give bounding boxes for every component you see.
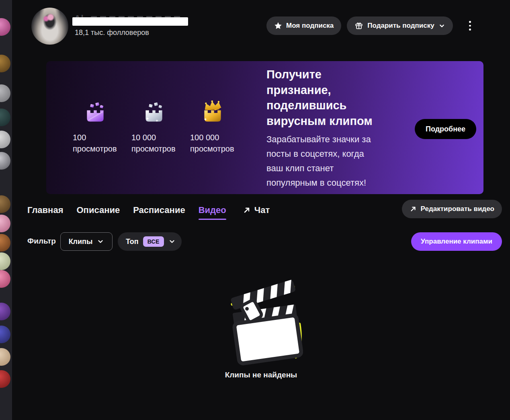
external-link-icon — [410, 205, 417, 213]
sort-dropdown[interactable]: Топ ВСЕ — [118, 232, 182, 251]
banner-heading: Получите признание, поделившись вирусным… — [266, 67, 401, 129]
channel-avatar — [31, 8, 68, 45]
tab-videos[interactable]: Видео — [199, 205, 226, 215]
badge-caption: просмотров — [131, 143, 180, 154]
sidebar-channel-avatar[interactable] — [0, 326, 10, 343]
empty-state: Клипы не найдены — [12, 272, 510, 379]
tab-home[interactable]: Главная — [27, 205, 63, 215]
empty-state-message: Клипы не найдены — [12, 371, 510, 379]
tab-chat[interactable]: Чат — [243, 205, 270, 215]
header-actions: Моя подписка Подарить подписку — [266, 16, 477, 35]
clapperboard-illustration — [219, 272, 303, 366]
sidebar-channel-avatar[interactable] — [0, 252, 10, 270]
star-icon — [274, 22, 282, 30]
badge-caption: просмотров — [190, 143, 238, 154]
clip-badges: 100 просмотров — [73, 100, 238, 154]
badge-caption: просмотров — [73, 143, 121, 154]
sidebar-channel-avatar[interactable] — [0, 215, 10, 232]
chevron-down-icon — [168, 238, 176, 245]
twitch-channel-videos-page: Al 18,1 тыс. фолловеров Моя подписка Под… — [0, 0, 510, 420]
badge-100000-views: 100 000 просмотров — [190, 100, 238, 154]
sidebar-channel-avatar[interactable] — [0, 270, 10, 288]
clips-promo-banner: 100 просмотров — [46, 61, 483, 194]
channel-name: Al — [72, 19, 193, 29]
chevron-down-icon — [97, 238, 104, 245]
badge-100-views: 100 просмотров — [73, 100, 121, 154]
content-type-dropdown[interactable]: Клипы — [60, 232, 113, 251]
my-subscription-button[interactable]: Моя подписка — [266, 16, 341, 35]
sidebar-channel-avatar[interactable] — [0, 131, 10, 148]
sidebar-channel-avatar[interactable] — [0, 152, 10, 170]
badge-views: 10 000 — [131, 132, 180, 143]
banner-body: Зарабатывайте значки за посты в соцсетях… — [266, 132, 401, 190]
gift-icon — [354, 21, 363, 30]
filter-label: Фильтр — [27, 237, 56, 246]
gold-crown-clip-badge-icon — [201, 100, 225, 125]
sort-label: Топ — [126, 238, 139, 246]
badge-views: 100 — [73, 132, 121, 143]
edit-videos-label: Редактировать видео — [421, 205, 494, 213]
badge-10000-views: 10 000 просмотров — [131, 100, 180, 154]
banner-text: Получите признание, поделившись вирусным… — [266, 67, 401, 190]
edit-videos-button[interactable]: Редактировать видео — [402, 200, 502, 218]
tab-chat-label: Чат — [254, 205, 270, 215]
sidebar-channel-avatar[interactable] — [0, 348, 10, 366]
content-type-value: Клипы — [69, 238, 93, 246]
more-options-button[interactable] — [463, 16, 477, 35]
sidebar-channel-avatar[interactable] — [0, 18, 10, 36]
my-subscription-label: Моя подписка — [286, 22, 334, 30]
tab-schedule[interactable]: Расписание — [133, 205, 185, 215]
sidebar-channel-avatar[interactable] — [0, 84, 10, 102]
gift-subscription-button[interactable]: Подарить подписку — [347, 16, 453, 35]
sidebar-channel-avatar[interactable] — [0, 234, 10, 252]
tab-about[interactable]: Описание — [76, 205, 120, 215]
external-link-icon — [243, 206, 251, 214]
chevron-down-icon — [438, 23, 445, 29]
name-redaction-box — [72, 17, 188, 26]
manage-clips-button[interactable]: Управление клипами — [411, 232, 502, 251]
channel-tabs: Главная Описание Расписание Видео Чат — [27, 205, 270, 215]
collapsed-sidebar — [0, 0, 12, 420]
sidebar-channel-avatar[interactable] — [0, 370, 10, 388]
silver-clip-badge-icon — [142, 100, 166, 125]
learn-more-button[interactable]: Подробнее — [415, 119, 476, 139]
badge-views: 100 000 — [190, 132, 238, 143]
sidebar-channel-avatar[interactable] — [0, 109, 10, 126]
sidebar-channel-avatar[interactable] — [0, 195, 10, 213]
sidebar-channel-avatar[interactable] — [0, 303, 10, 320]
sidebar-channel-avatar[interactable] — [0, 55, 10, 72]
followers-count: 18,1 тыс. фолловеров — [75, 29, 149, 37]
purple-clip-badge-icon — [83, 100, 107, 125]
sort-value-badge: ВСЕ — [143, 236, 164, 247]
gift-subscription-label: Подарить подписку — [367, 22, 434, 30]
